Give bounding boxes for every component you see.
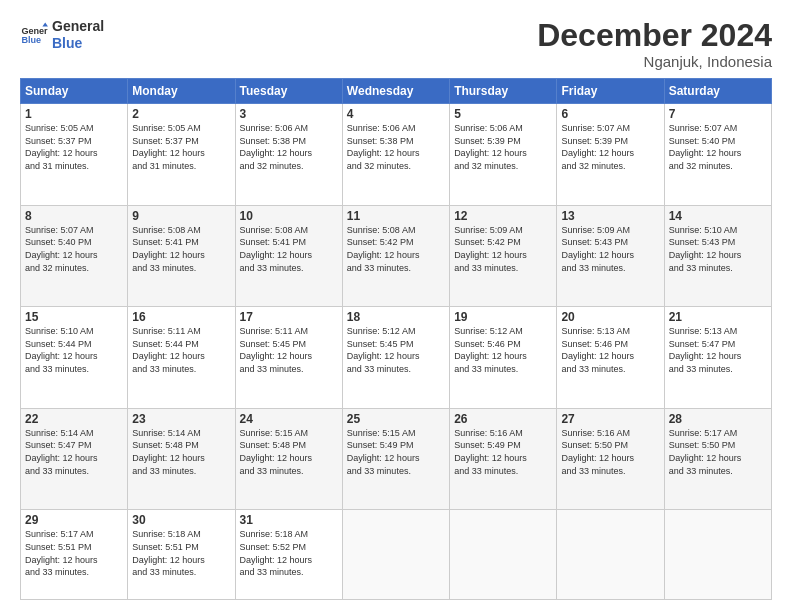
col-header-monday: Monday [128, 79, 235, 104]
calendar-header-row: SundayMondayTuesdayWednesdayThursdayFrid… [21, 79, 772, 104]
calendar-cell: 10Sunrise: 5:08 AMSunset: 5:41 PMDayligh… [235, 205, 342, 307]
day-info: Sunrise: 5:16 AMSunset: 5:50 PMDaylight:… [561, 427, 659, 477]
calendar-cell: 6Sunrise: 5:07 AMSunset: 5:39 PMDaylight… [557, 104, 664, 206]
col-header-sunday: Sunday [21, 79, 128, 104]
day-info: Sunrise: 5:07 AMSunset: 5:40 PMDaylight:… [25, 224, 123, 274]
calendar-week-row: 15Sunrise: 5:10 AMSunset: 5:44 PMDayligh… [21, 307, 772, 409]
header: General Blue General Blue December 2024 … [20, 18, 772, 70]
day-number: 21 [669, 310, 767, 324]
day-number: 14 [669, 209, 767, 223]
calendar-cell: 21Sunrise: 5:13 AMSunset: 5:47 PMDayligh… [664, 307, 771, 409]
day-info: Sunrise: 5:15 AMSunset: 5:48 PMDaylight:… [240, 427, 338, 477]
calendar-cell: 12Sunrise: 5:09 AMSunset: 5:42 PMDayligh… [450, 205, 557, 307]
day-number: 8 [25, 209, 123, 223]
calendar-cell: 15Sunrise: 5:10 AMSunset: 5:44 PMDayligh… [21, 307, 128, 409]
col-header-thursday: Thursday [450, 79, 557, 104]
calendar-cell: 5Sunrise: 5:06 AMSunset: 5:39 PMDaylight… [450, 104, 557, 206]
day-number: 27 [561, 412, 659, 426]
day-info: Sunrise: 5:10 AMSunset: 5:44 PMDaylight:… [25, 325, 123, 375]
day-number: 7 [669, 107, 767, 121]
calendar-cell: 14Sunrise: 5:10 AMSunset: 5:43 PMDayligh… [664, 205, 771, 307]
location: Nganjuk, Indonesia [537, 53, 772, 70]
col-header-tuesday: Tuesday [235, 79, 342, 104]
calendar-week-row: 22Sunrise: 5:14 AMSunset: 5:47 PMDayligh… [21, 408, 772, 510]
calendar-cell [450, 510, 557, 600]
day-number: 24 [240, 412, 338, 426]
day-info: Sunrise: 5:14 AMSunset: 5:47 PMDaylight:… [25, 427, 123, 477]
calendar-cell: 4Sunrise: 5:06 AMSunset: 5:38 PMDaylight… [342, 104, 449, 206]
calendar-cell: 30Sunrise: 5:18 AMSunset: 5:51 PMDayligh… [128, 510, 235, 600]
day-info: Sunrise: 5:18 AMSunset: 5:51 PMDaylight:… [132, 528, 230, 578]
day-number: 26 [454, 412, 552, 426]
day-info: Sunrise: 5:06 AMSunset: 5:38 PMDaylight:… [240, 122, 338, 172]
day-number: 20 [561, 310, 659, 324]
calendar-cell: 1Sunrise: 5:05 AMSunset: 5:37 PMDaylight… [21, 104, 128, 206]
title-block: December 2024 Nganjuk, Indonesia [537, 18, 772, 70]
day-number: 13 [561, 209, 659, 223]
day-info: Sunrise: 5:08 AMSunset: 5:42 PMDaylight:… [347, 224, 445, 274]
day-number: 12 [454, 209, 552, 223]
calendar-cell: 26Sunrise: 5:16 AMSunset: 5:49 PMDayligh… [450, 408, 557, 510]
day-info: Sunrise: 5:08 AMSunset: 5:41 PMDaylight:… [132, 224, 230, 274]
day-info: Sunrise: 5:05 AMSunset: 5:37 PMDaylight:… [25, 122, 123, 172]
day-info: Sunrise: 5:05 AMSunset: 5:37 PMDaylight:… [132, 122, 230, 172]
day-number: 31 [240, 513, 338, 527]
day-number: 28 [669, 412, 767, 426]
logo-icon: General Blue [20, 21, 48, 49]
day-number: 3 [240, 107, 338, 121]
day-info: Sunrise: 5:18 AMSunset: 5:52 PMDaylight:… [240, 528, 338, 578]
calendar-cell: 13Sunrise: 5:09 AMSunset: 5:43 PMDayligh… [557, 205, 664, 307]
calendar-cell: 29Sunrise: 5:17 AMSunset: 5:51 PMDayligh… [21, 510, 128, 600]
calendar-cell: 22Sunrise: 5:14 AMSunset: 5:47 PMDayligh… [21, 408, 128, 510]
day-number: 30 [132, 513, 230, 527]
svg-text:Blue: Blue [21, 35, 41, 45]
day-info: Sunrise: 5:09 AMSunset: 5:42 PMDaylight:… [454, 224, 552, 274]
day-info: Sunrise: 5:13 AMSunset: 5:46 PMDaylight:… [561, 325, 659, 375]
logo: General Blue General Blue [20, 18, 104, 52]
calendar-table: SundayMondayTuesdayWednesdayThursdayFrid… [20, 78, 772, 600]
calendar-cell: 17Sunrise: 5:11 AMSunset: 5:45 PMDayligh… [235, 307, 342, 409]
calendar-container: General Blue General Blue December 2024 … [0, 0, 792, 612]
calendar-cell: 11Sunrise: 5:08 AMSunset: 5:42 PMDayligh… [342, 205, 449, 307]
calendar-cell: 20Sunrise: 5:13 AMSunset: 5:46 PMDayligh… [557, 307, 664, 409]
calendar-cell: 25Sunrise: 5:15 AMSunset: 5:49 PMDayligh… [342, 408, 449, 510]
calendar-cell: 9Sunrise: 5:08 AMSunset: 5:41 PMDaylight… [128, 205, 235, 307]
day-number: 18 [347, 310, 445, 324]
day-number: 4 [347, 107, 445, 121]
calendar-cell: 23Sunrise: 5:14 AMSunset: 5:48 PMDayligh… [128, 408, 235, 510]
day-info: Sunrise: 5:10 AMSunset: 5:43 PMDaylight:… [669, 224, 767, 274]
day-number: 5 [454, 107, 552, 121]
day-info: Sunrise: 5:06 AMSunset: 5:39 PMDaylight:… [454, 122, 552, 172]
day-info: Sunrise: 5:17 AMSunset: 5:51 PMDaylight:… [25, 528, 123, 578]
day-info: Sunrise: 5:12 AMSunset: 5:45 PMDaylight:… [347, 325, 445, 375]
day-number: 10 [240, 209, 338, 223]
calendar-cell: 18Sunrise: 5:12 AMSunset: 5:45 PMDayligh… [342, 307, 449, 409]
day-number: 2 [132, 107, 230, 121]
month-title: December 2024 [537, 18, 772, 53]
calendar-week-row: 8Sunrise: 5:07 AMSunset: 5:40 PMDaylight… [21, 205, 772, 307]
col-header-saturday: Saturday [664, 79, 771, 104]
calendar-cell: 16Sunrise: 5:11 AMSunset: 5:44 PMDayligh… [128, 307, 235, 409]
day-number: 19 [454, 310, 552, 324]
calendar-cell [664, 510, 771, 600]
calendar-cell: 2Sunrise: 5:05 AMSunset: 5:37 PMDaylight… [128, 104, 235, 206]
svg-text:General: General [21, 25, 48, 35]
day-info: Sunrise: 5:17 AMSunset: 5:50 PMDaylight:… [669, 427, 767, 477]
day-info: Sunrise: 5:06 AMSunset: 5:38 PMDaylight:… [347, 122, 445, 172]
calendar-cell: 31Sunrise: 5:18 AMSunset: 5:52 PMDayligh… [235, 510, 342, 600]
day-info: Sunrise: 5:11 AMSunset: 5:45 PMDaylight:… [240, 325, 338, 375]
calendar-week-row: 29Sunrise: 5:17 AMSunset: 5:51 PMDayligh… [21, 510, 772, 600]
day-number: 15 [25, 310, 123, 324]
col-header-friday: Friday [557, 79, 664, 104]
calendar-cell: 7Sunrise: 5:07 AMSunset: 5:40 PMDaylight… [664, 104, 771, 206]
col-header-wednesday: Wednesday [342, 79, 449, 104]
calendar-cell: 8Sunrise: 5:07 AMSunset: 5:40 PMDaylight… [21, 205, 128, 307]
calendar-cell: 3Sunrise: 5:06 AMSunset: 5:38 PMDaylight… [235, 104, 342, 206]
calendar-cell: 24Sunrise: 5:15 AMSunset: 5:48 PMDayligh… [235, 408, 342, 510]
day-info: Sunrise: 5:16 AMSunset: 5:49 PMDaylight:… [454, 427, 552, 477]
day-number: 22 [25, 412, 123, 426]
logo-blue: Blue [52, 35, 104, 52]
calendar-cell: 28Sunrise: 5:17 AMSunset: 5:50 PMDayligh… [664, 408, 771, 510]
day-info: Sunrise: 5:08 AMSunset: 5:41 PMDaylight:… [240, 224, 338, 274]
day-info: Sunrise: 5:12 AMSunset: 5:46 PMDaylight:… [454, 325, 552, 375]
